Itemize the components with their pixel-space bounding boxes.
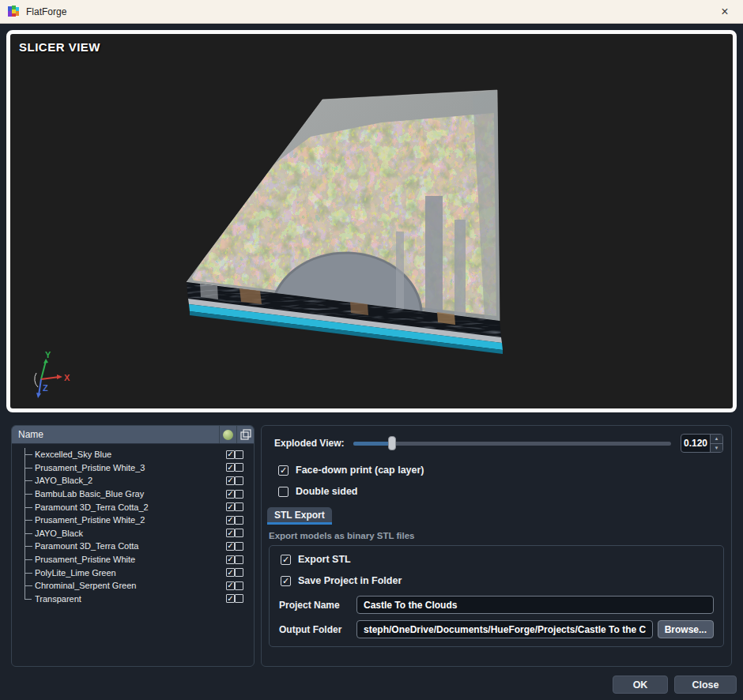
controls-panel: Exploded View: ▲ ▼ Face-down print (cap … [261, 425, 732, 667]
titlebar: FlatForge × [0, 0, 743, 24]
window-title: FlatForge [26, 6, 66, 17]
visible-checkbox[interactable] [226, 594, 235, 603]
double-sided-checkbox[interactable] [278, 487, 289, 497]
visible-checkbox[interactable] [226, 529, 235, 537]
project-name-row: Project Name [279, 596, 714, 614]
solo-checkbox[interactable] [235, 568, 243, 577]
solo-checkbox[interactable] [235, 463, 243, 472]
slicer-viewport[interactable]: SLICER VIEW [6, 30, 737, 412]
axis-gizmo: Y X Z [35, 350, 70, 398]
filament-row[interactable]: Prusament_Pristine White_2 [12, 514, 254, 527]
project-name-input[interactable] [356, 596, 714, 614]
tab-stl-export[interactable]: STL Export [267, 507, 332, 525]
filament-name: Prusament_Pristine White [35, 555, 226, 564]
slider-handle[interactable] [388, 436, 396, 450]
output-folder-row: Output Folder Browse... [279, 620, 714, 638]
filament-name: JAYO_Black_2 [35, 476, 226, 485]
solo-checkbox[interactable] [235, 502, 243, 511]
tree-branch [25, 593, 35, 606]
close-button[interactable]: Close [674, 676, 737, 694]
filament-name: Transparent [35, 594, 226, 604]
solo-checkbox[interactable] [235, 581, 243, 590]
double-sided-label: Double sided [296, 486, 357, 497]
solo-checkbox[interactable] [235, 594, 243, 603]
face-down-checkbox[interactable] [278, 465, 289, 476]
filament-row[interactable]: JAYO_Black [12, 527, 254, 540]
visible-checkbox[interactable] [226, 450, 235, 459]
visible-checkbox[interactable] [226, 463, 235, 472]
solo-checkbox[interactable] [235, 450, 243, 459]
cube-icon [240, 429, 251, 440]
save-project-row[interactable]: Save Project in Folder [281, 575, 714, 586]
solo-checkbox[interactable] [235, 529, 243, 537]
visible-checkbox[interactable] [226, 555, 235, 564]
exploded-view-spinbox[interactable]: ▲ ▼ [681, 434, 723, 453]
sphere-icon [223, 430, 233, 440]
solo-checkbox[interactable] [235, 516, 243, 525]
filament-row[interactable]: Kexcelled_Sky Blue [12, 448, 254, 461]
visible-checkbox[interactable] [226, 516, 235, 525]
exploded-view-row: Exploded View: ▲ ▼ [262, 426, 731, 453]
filament-row[interactable]: BambuLab Basic_Blue Gray [12, 487, 254, 501]
model-preview: Y X Z [10, 34, 733, 408]
tree-branch [25, 448, 35, 461]
face-down-row[interactable]: Face-down print (cap layer) [278, 465, 731, 476]
solo-checkbox[interactable] [235, 476, 243, 485]
tree-branch [25, 474, 35, 487]
exploded-view-value[interactable] [681, 435, 710, 452]
filament-name: PolyLite_Lime Green [35, 568, 226, 578]
export-stl-row[interactable]: Export STL [281, 554, 714, 565]
tree-branch [25, 579, 35, 593]
save-project-label: Save Project in Folder [298, 575, 402, 586]
tree-branch [25, 500, 35, 514]
solo-checkbox[interactable] [235, 555, 243, 564]
save-project-checkbox[interactable] [281, 576, 291, 586]
double-sided-row[interactable]: Double sided [278, 486, 731, 497]
visible-checkbox[interactable] [226, 476, 235, 485]
tree-branch [25, 514, 35, 527]
filament-name: Kexcelled_Sky Blue [35, 450, 226, 459]
filament-row[interactable]: PolyLite_Lime Green [12, 566, 254, 579]
visibility-column-header[interactable] [219, 426, 236, 443]
output-folder-input[interactable] [356, 620, 653, 638]
exploded-view-slider[interactable] [353, 436, 671, 450]
solo-column-header[interactable] [236, 426, 254, 443]
visible-checkbox[interactable] [226, 568, 235, 577]
browse-button[interactable]: Browse... [658, 620, 714, 638]
filament-row[interactable]: Paramount 3D_Terra Cotta [12, 540, 254, 553]
solo-checkbox[interactable] [235, 490, 243, 499]
filament-name: Paramount 3D_Terra Cotta [35, 541, 226, 551]
solo-checkbox[interactable] [235, 542, 243, 551]
window-close-button[interactable]: × [715, 1, 735, 23]
viewport-title: SLICER VIEW [19, 40, 100, 54]
filament-list-header: Name [12, 426, 254, 444]
export-stl-checkbox[interactable] [281, 555, 291, 565]
tree-branch [25, 540, 35, 553]
filament-row[interactable]: Chrominal_Serpent Green [12, 579, 254, 593]
column-name[interactable]: Name [12, 426, 219, 443]
slider-track[interactable] [353, 442, 671, 446]
visible-checkbox[interactable] [226, 490, 235, 499]
stl-export-groupbox: Export STL Save Project in Folder Projec… [269, 545, 724, 647]
axis-x-label: X [64, 373, 70, 382]
spin-down-icon[interactable]: ▼ [711, 444, 722, 453]
filament-row[interactable]: Prusament_Pristine White [12, 553, 254, 566]
exploded-view-label: Exploded View: [274, 438, 344, 449]
ok-button[interactable]: OK [613, 676, 668, 694]
filament-name: Chrominal_Serpent Green [35, 581, 226, 590]
project-name-label: Project Name [279, 600, 356, 611]
axis-z-label: Z [43, 383, 48, 393]
filament-row[interactable]: JAYO_Black_2 [12, 474, 254, 487]
slider-fill [353, 442, 391, 446]
tree-branch [25, 487, 35, 501]
filament-row[interactable]: Prusament_Pristine White_3 [12, 461, 254, 475]
export-stl-label: Export STL [298, 554, 351, 565]
spin-up-icon[interactable]: ▲ [711, 435, 722, 444]
visible-checkbox[interactable] [226, 502, 235, 511]
filament-name: JAYO_Black [35, 529, 226, 538]
visible-checkbox[interactable] [226, 542, 235, 551]
face-down-label: Face-down print (cap layer) [296, 465, 424, 476]
filament-row[interactable]: Transparent [12, 593, 254, 606]
filament-row[interactable]: Paramount 3D_Terra Cotta_2 [12, 500, 254, 514]
visible-checkbox[interactable] [226, 581, 235, 590]
